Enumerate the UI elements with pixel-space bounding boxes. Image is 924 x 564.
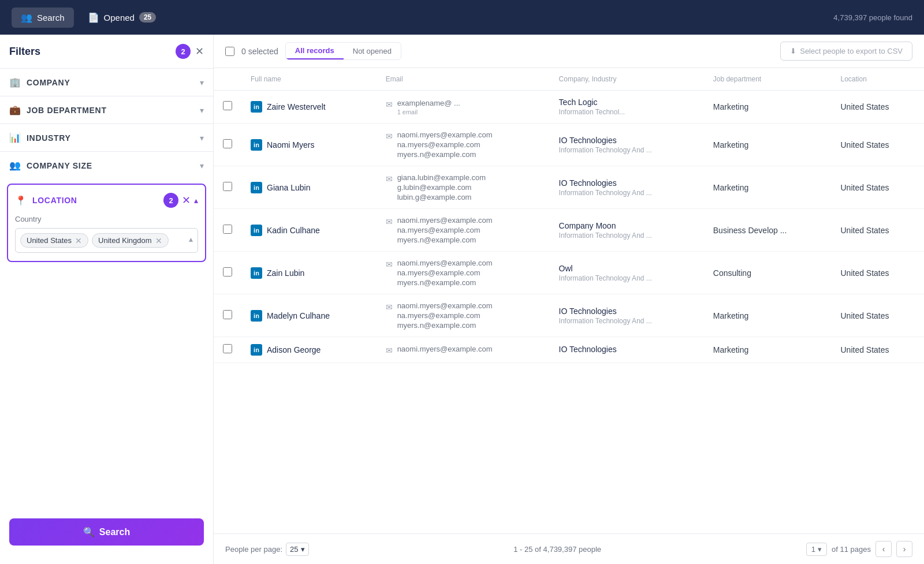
table-row: in Naomi Myers ✉ naomi.myers@example.com… [214,124,924,166]
industry-filter-left: 📊 INDUSTRY [9,132,71,143]
clear-filters-button[interactable]: ✕ [195,46,204,57]
company-industry: Information Technology And ... [559,189,695,197]
location-filter-icon: 📍 [15,195,27,206]
table-row: in Zaire Westervelt ✉ examplename@ ... 1… [214,91,924,124]
not-opened-tab[interactable]: Not opened [344,43,401,59]
email-icon: ✉ [386,174,393,184]
row-name-cell: in Giana Lubin [241,166,377,209]
tags-collapse-icon[interactable]: ▴ [189,233,193,244]
company-filter-icon: 🏢 [9,77,21,88]
industry-filter-header: 📊 INDUSTRY ▾ [9,132,204,143]
country-tag-us: United States ✕ [20,233,88,248]
location-badge-row: 2 ✕ ▴ [163,193,198,208]
main-layout: Filters 2 ✕ 🏢 COMPANY ▾ 💼 JOB DEPARTMENT [0,35,924,564]
remove-uk-tag-button[interactable]: ✕ [155,237,162,245]
location: United States [840,268,889,278]
row-checkbox-cell [214,91,241,124]
content-area: 0 selected All records Not opened ⬇ Sele… [214,35,924,564]
email-item: myers.n@example.com [397,278,493,287]
industry-chevron-icon: ▾ [200,133,204,143]
location: United States [840,345,889,354]
linkedin-icon[interactable]: in [251,101,262,113]
prev-page-button[interactable]: ‹ [875,541,892,557]
country-label: Country [15,215,198,223]
filters-actions: 2 ✕ [176,44,204,59]
person-name-cell: in Zain Lubin [251,267,367,279]
company-name: IO Technologies [559,345,695,354]
search-tab[interactable]: 👥 Search [12,8,74,28]
linkedin-icon[interactable]: in [251,182,262,193]
company-name: IO Technologies [559,136,695,145]
company-size-filter-section[interactable]: 👥 COMPANY SIZE ▾ [0,151,213,179]
linkedin-icon[interactable]: in [251,267,262,279]
company-size-filter-header: 👥 COMPANY SIZE ▾ [9,160,204,171]
table-row: in Kadin Culhane ✉ naomi.myers@example.c… [214,209,924,252]
job-department-filter-header: 💼 JOB DEPARTMENT ▾ [9,104,204,115]
col-email: Email [377,68,550,91]
row-department-cell: Marketing [704,91,832,124]
country-tags-inner: United States ✕ United Kingdom ✕ [20,233,185,248]
filters-title: Filters [9,46,40,58]
col-company: Company, Industry [550,68,704,91]
page-total: of 11 pages [832,545,871,554]
linkedin-icon[interactable]: in [251,225,262,236]
row-checkbox[interactable] [223,344,232,353]
export-csv-button[interactable]: ⬇ Select people to export to CSV [780,42,912,61]
industry-filter-section[interactable]: 📊 INDUSTRY ▾ [0,124,213,151]
job-department-filter-section[interactable]: 💼 JOB DEPARTMENT ▾ [0,96,213,124]
row-checkbox[interactable] [223,225,232,234]
search-button[interactable]: 🔍 Search [9,518,204,546]
next-page-button[interactable]: › [896,541,912,557]
select-all-checkbox[interactable] [225,47,234,56]
email-item: naomi.myers@example.com [397,130,493,139]
row-email-cell: ✉ naomi.myers@example.comna.myers@exampl… [377,294,550,337]
row-checkbox[interactable] [223,310,232,319]
company-filter-section[interactable]: 🏢 COMPANY ▾ [0,68,213,96]
clear-location-button[interactable]: ✕ [182,195,191,206]
country-tag-uk-label: United Kingdom [98,236,152,245]
country-tag-uk: United Kingdom ✕ [92,233,169,248]
job-department: Marketing [713,140,748,150]
email-list: giana.lubin@example.comg.lubin@example.c… [397,173,486,201]
row-location-cell: United States [831,91,924,124]
per-page-select: People per page: 25 ▾ [225,543,309,556]
remove-us-tag-button[interactable]: ✕ [75,237,82,245]
email-list: examplename@ ... 1 email [397,99,460,115]
company-industry: Information Technology And ... [559,317,695,325]
email-item: na.myers@example.com [397,268,493,277]
row-department-cell: Consulting [704,252,832,294]
location-filter-section[interactable]: 📍 LOCATION 2 ✕ ▴ Country United States ✕ [7,184,206,262]
row-location-cell: United States [831,337,924,363]
row-checkbox[interactable] [223,182,232,191]
job-department: Marketing [713,311,748,320]
search-button-icon: 🔍 [83,526,95,537]
all-records-tab[interactable]: All records [286,43,344,59]
email-icon: ✉ [386,260,393,269]
row-department-cell: Marketing [704,124,832,166]
person-name: Naomi Myers [267,140,314,150]
col-checkbox [214,68,241,91]
row-company-cell: Tech Logic Information Technol... [550,91,704,124]
row-checkbox-cell [214,252,241,294]
top-navigation: 👥 Search 📄 Opened 25 4,739,397 people fo… [0,0,924,35]
location: United States [840,226,889,235]
search-button-label: Search [99,527,130,537]
row-email-cell: ✉ examplename@ ... 1 email [377,91,550,124]
row-checkbox[interactable] [223,267,232,277]
row-checkbox[interactable] [223,101,232,110]
linkedin-icon[interactable]: in [251,310,262,322]
row-company-cell: IO Technologies Information Technology A… [550,166,704,209]
company-size-filter-icon: 👥 [9,160,21,171]
page-number-select[interactable]: 1 ▾ [806,543,827,556]
per-page-dropdown[interactable]: 25 ▾ [286,543,308,556]
opened-badge: 25 [139,12,156,23]
linkedin-icon[interactable]: in [251,139,262,151]
opened-tab[interactable]: 📄 Opened 25 [79,8,166,28]
email-icon: ✉ [386,100,393,109]
email-list: naomi.myers@example.comna.myers@example.… [397,216,493,244]
linkedin-icon[interactable]: in [251,344,262,356]
col-fullname: Full name [241,68,377,91]
row-checkbox[interactable] [223,139,232,148]
company-name: IO Technologies [559,178,695,188]
country-tag-us-label: United States [27,236,72,245]
